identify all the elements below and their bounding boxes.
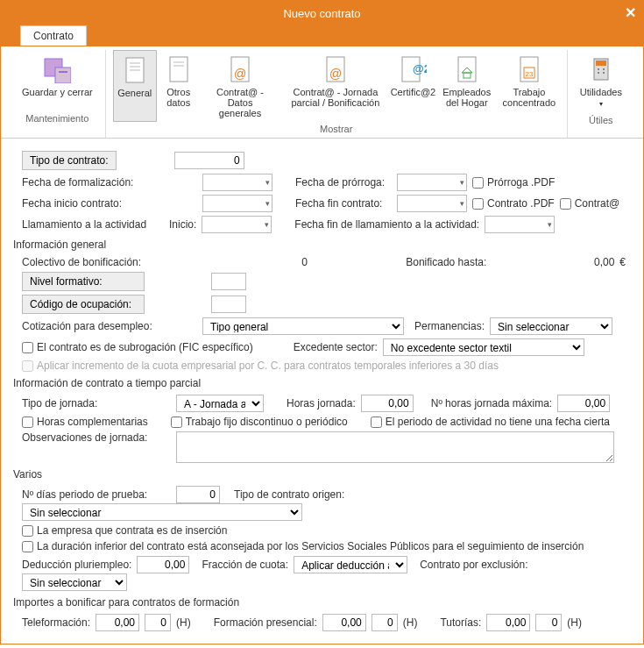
- h-label: (H): [403, 616, 418, 629]
- teleformacion-amount-input[interactable]: [96, 614, 139, 631]
- fecha-formalizacion-input[interactable]: ▾: [202, 174, 272, 191]
- svg-text:23: 23: [525, 70, 533, 78]
- bonificado-value: 0,00: [544, 256, 614, 268]
- tipo-origen-label: Tipo de contrato origen:: [234, 488, 344, 501]
- svg-point-24: [598, 68, 599, 70]
- tipo-jornada-label: Tipo de jornada:: [22, 397, 171, 409]
- nivel-formativo-input[interactable]: [211, 273, 246, 290]
- contrato-pdf-checkbox[interactable]: [472, 198, 484, 210]
- section-importes: Importes a bonificar para contratos de f…: [13, 596, 631, 609]
- n-dias-label: Nº días periodo de prueba:: [22, 488, 171, 501]
- calculator-icon: [585, 53, 617, 85]
- tipo-contrato-input[interactable]: [174, 152, 244, 169]
- section-tiempo-parcial: Información de contrato a tiempo parcial: [13, 377, 631, 389]
- fecha-inicio-label: Fecha inicio contrato:: [22, 197, 153, 210]
- fecha-fin-llam-label: Fecha fin de llamamiento a la actividad:: [294, 218, 479, 231]
- svg-rect-7: [170, 57, 188, 82]
- subrogacion-checkbox[interactable]: [22, 342, 33, 353]
- fecha-prorroga-input[interactable]: ▾: [397, 174, 467, 191]
- contrato-exclusion-select[interactable]: Sin seleccionar: [22, 573, 127, 591]
- ribbon: Guardar y cerrar Mantenimiento General O…: [1, 46, 643, 139]
- section-info-general: Información general: [13, 239, 631, 251]
- group-utiles: Útiles: [589, 113, 613, 129]
- empresa-insercion-checkbox[interactable]: [22, 525, 33, 537]
- bonificado-label: Bonificado hasta:: [406, 256, 486, 268]
- codigo-ocupacion-button[interactable]: Código de ocupación:: [22, 295, 145, 314]
- n-horas-max-input[interactable]: [557, 395, 610, 412]
- horas-jornada-input[interactable]: [361, 395, 414, 412]
- trabajo-concentrado-button[interactable]: 23 Trabajo concentrado: [499, 50, 560, 122]
- fecha-fin-llam-input[interactable]: ▾: [485, 216, 555, 233]
- cotizacion-select[interactable]: Tipo general: [202, 317, 404, 335]
- title-bar: Nuevo contrato ✕: [1, 1, 643, 25]
- fecha-fin-input[interactable]: ▾: [397, 195, 467, 212]
- save-icon: [41, 53, 73, 85]
- trabajo-fijo-checkbox[interactable]: [171, 417, 182, 428]
- formacion-amount-input[interactable]: [322, 614, 366, 631]
- chevron-down-icon: ▾: [599, 100, 603, 108]
- document-icon: [163, 53, 195, 85]
- otros-datos-button[interactable]: Otros datos: [157, 50, 201, 122]
- tutorias-hours-input[interactable]: [535, 614, 562, 631]
- tipo-contrato-button[interactable]: Tipo de contrato:: [22, 151, 117, 170]
- llamamiento-label: Llamamiento a la actividad: [22, 218, 153, 231]
- excedente-select[interactable]: No excedente sector textil: [383, 338, 584, 356]
- inicio-input[interactable]: ▾: [202, 216, 272, 233]
- teleformacion-label: Teleformación:: [22, 616, 90, 629]
- deduccion-label: Deducción pluriempleo:: [22, 559, 131, 571]
- document-at-icon: @: [320, 53, 351, 85]
- fraccion-select[interactable]: Aplicar deducción a: [294, 556, 407, 573]
- observaciones-label: Observaciones de jornada:: [22, 431, 171, 444]
- group-mostrar: Mostrar: [320, 122, 352, 138]
- contrata-datos-button[interactable]: @ Contrat@ - Datos generales: [201, 50, 280, 122]
- tipo-origen-select[interactable]: Sin seleccionar: [22, 503, 302, 521]
- prorroga-pdf-checkbox[interactable]: [472, 177, 484, 189]
- fecha-formalizacion-label: Fecha de formalización:: [22, 176, 153, 189]
- svg-rect-1: [55, 68, 71, 83]
- general-button[interactable]: General: [113, 50, 157, 122]
- colectivo-label: Colectivo de bonificación:: [22, 256, 153, 268]
- ribbon-tabs: Contrato: [1, 25, 643, 46]
- svg-point-25: [603, 68, 605, 70]
- fecha-inicio-input[interactable]: ▾: [202, 195, 272, 212]
- deduccion-input[interactable]: [137, 556, 189, 573]
- svg-point-27: [603, 72, 605, 74]
- tutorias-amount-input[interactable]: [486, 614, 530, 631]
- periodo-actividad-checkbox[interactable]: [371, 417, 382, 428]
- svg-point-26: [598, 72, 599, 74]
- close-icon[interactable]: ✕: [625, 4, 636, 21]
- n-horas-max-label: Nº horas jornada máxima:: [431, 397, 552, 409]
- section-varios: Varios: [13, 468, 631, 481]
- fraccion-label: Fracción de cuota:: [202, 559, 288, 571]
- observaciones-textarea[interactable]: [176, 431, 614, 463]
- tipo-jornada-select[interactable]: A - Jornada al: [176, 395, 264, 412]
- horas-jornada-label: Horas jornada:: [287, 397, 356, 409]
- fecha-prorroga-label: Fecha de prórroga:: [295, 176, 392, 189]
- cotizacion-label: Cotización para desempleo:: [22, 320, 197, 332]
- calendar-icon: 23: [513, 53, 545, 85]
- permanencias-select[interactable]: Sin seleccionar: [490, 317, 612, 335]
- codigo-ocupacion-input[interactable]: [211, 296, 246, 313]
- contrato-exclusion-label: Contrato por exclusión:: [420, 559, 527, 571]
- fecha-fin-label: Fecha fin contrato:: [295, 197, 392, 210]
- nivel-formativo-button[interactable]: Nivel formativo:: [22, 272, 145, 291]
- chevron-down-icon: ▾: [265, 220, 269, 229]
- empleados-hogar-button[interactable]: Empleados del Hogar: [435, 50, 499, 122]
- svg-rect-2: [59, 71, 67, 73]
- teleformacion-hours-input[interactable]: [145, 614, 171, 631]
- utilidades-button[interactable]: Utilidades▾: [575, 50, 627, 113]
- n-dias-input[interactable]: [176, 486, 220, 503]
- formacion-presencial-label: Formación presencial:: [214, 616, 317, 629]
- formacion-hours-input[interactable]: [372, 614, 398, 631]
- save-close-button[interactable]: Guardar y cerrar: [17, 50, 98, 111]
- horas-complementarias-checkbox[interactable]: [22, 417, 33, 428]
- contrata-checkbox[interactable]: [560, 198, 571, 210]
- h-label: (H): [567, 616, 582, 629]
- duracion-inferior-checkbox[interactable]: [22, 541, 33, 552]
- inicio-label: Inicio:: [169, 218, 196, 231]
- certific-button[interactable]: @2 Certific@2: [391, 50, 435, 122]
- contrata-jornada-button[interactable]: @ Contrat@ - Jornada parcial / Bonificac…: [280, 50, 391, 122]
- tab-contrato[interactable]: Contrato: [20, 25, 87, 46]
- svg-rect-23: [596, 61, 606, 66]
- colectivo-value: 0: [202, 256, 308, 268]
